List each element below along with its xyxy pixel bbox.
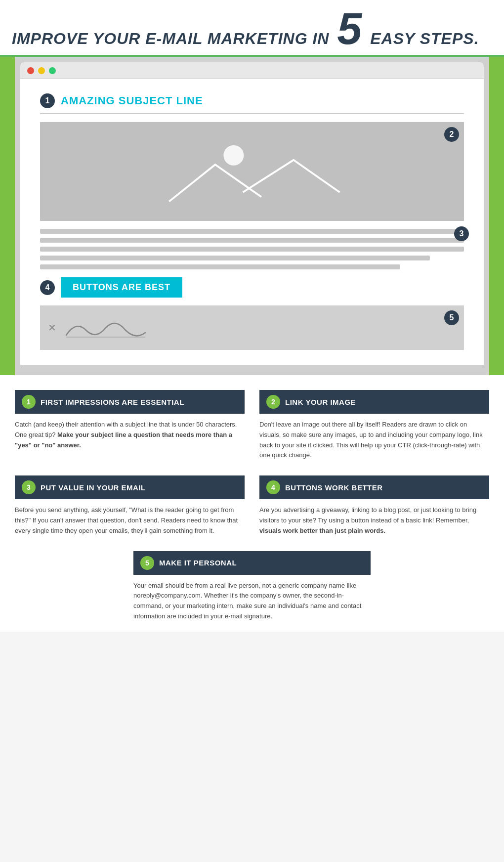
step-card-4: 4 Buttons Work Better Are you advertisin… [259, 475, 489, 536]
sig-step-badge: 5 [444, 310, 459, 325]
browser-wrap: 1 Amazing Subject Line 2 3 [0, 57, 504, 375]
step-2-title: Link Your Image [285, 398, 356, 406]
step-card-1: 1 First Impressions Are Essential Catch … [15, 390, 245, 461]
svg-point-0 [223, 145, 244, 166]
step-4-badge: 4 [266, 480, 280, 494]
email-subject-text: Amazing Subject Line [61, 94, 203, 107]
browser-dot-yellow [38, 67, 45, 74]
step-3-title: Put Value In Your Email [41, 483, 146, 492]
step-3-badge: 3 [22, 480, 36, 494]
browser-dot-green [49, 67, 56, 74]
email-image-placeholder: 2 [40, 122, 464, 221]
step-card-5: 5 Make It Personal Your email should be … [133, 551, 371, 622]
step-1-header: 1 First Impressions Are Essential [15, 390, 245, 414]
step-2-body: Don't leave an image out there all by it… [259, 420, 489, 461]
header: Improve Your E-Mail Marketing In 5 Easy … [0, 0, 504, 57]
step-card-2: 2 Link Your Image Don't leave an image o… [259, 390, 489, 461]
step-1-body: Catch (and keep) their attention with a … [15, 420, 245, 450]
email-signature: 5 ✕ [40, 305, 464, 350]
email-subject-row: 1 Amazing Subject Line [40, 93, 464, 114]
step-1-title: First Impressions Are Essential [41, 398, 184, 406]
steps-section: 1 First Impressions Are Essential Catch … [0, 375, 504, 632]
green-bar-left [0, 57, 15, 375]
step-3-body: Before you send anything, ask yourself, … [15, 505, 245, 536]
step-5-body: Your email should be from a real live pe… [133, 581, 371, 622]
step-4-header: 4 Buttons Work Better [259, 475, 489, 499]
step-2-badge: 2 [266, 395, 280, 409]
browser-chrome [20, 62, 484, 78]
email-text-lines: 3 [40, 229, 464, 269]
browser-dot-red [27, 67, 34, 74]
step-5-header: 5 Make It Personal [133, 551, 371, 575]
step-2-header: 2 Link Your Image [259, 390, 489, 414]
step-1-badge: 1 [22, 395, 36, 409]
step-5-wrap: 5 Make It Personal Your email should be … [15, 551, 489, 622]
step-5-title: Make It Personal [159, 559, 237, 567]
green-bar-right [489, 57, 504, 375]
image-step-badge: 2 [444, 127, 459, 142]
subject-step-badge: 1 [40, 93, 55, 108]
step-5-badge: 5 [140, 556, 154, 570]
text-step-badge: 3 [454, 226, 469, 241]
sig-x: ✕ [48, 322, 56, 334]
email-cta-button[interactable]: Buttons Are Best [61, 277, 182, 298]
step-4-body: Are you advertising a giveaway, linking … [259, 505, 489, 536]
step-card-3: 3 Put Value In Your Email Before you sen… [15, 475, 245, 536]
header-title: Improve Your E-Mail Marketing In 5 Easy … [12, 9, 479, 49]
steps-grid: 1 First Impressions Are Essential Catch … [15, 390, 489, 536]
step-3-header: 3 Put Value In Your Email [15, 475, 245, 499]
button-step-badge: 4 [40, 280, 55, 295]
browser-content: 1 Amazing Subject Line 2 3 [20, 78, 484, 365]
email-button-row: 4 Buttons Are Best [40, 277, 464, 298]
step-4-title: Buttons Work Better [285, 483, 383, 492]
